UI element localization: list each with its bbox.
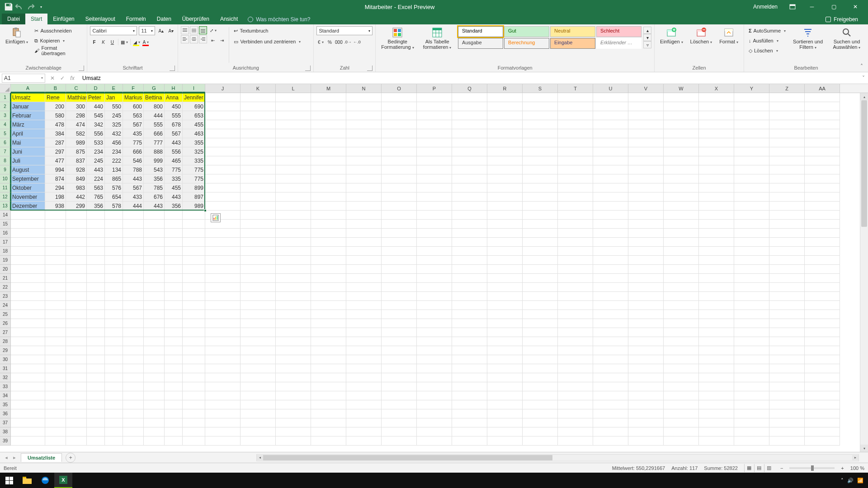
cell[interactable] <box>523 427 558 436</box>
cell[interactable] <box>523 202 558 211</box>
cell[interactable] <box>382 274 417 283</box>
cell[interactable] <box>805 328 840 337</box>
sheet-nav-prev-icon[interactable]: ◄ <box>3 454 10 461</box>
cell[interactable]: Januar <box>11 102 45 111</box>
cell[interactable] <box>241 147 276 156</box>
cell[interactable]: 443 <box>144 202 165 211</box>
cell[interactable] <box>346 174 382 183</box>
cell[interactable] <box>87 220 105 229</box>
undo-icon[interactable] <box>14 2 24 12</box>
cell[interactable] <box>311 165 346 174</box>
cell[interactable] <box>276 391 311 400</box>
cell[interactable] <box>105 283 123 292</box>
cell[interactable] <box>241 382 276 391</box>
cell[interactable] <box>628 436 664 446</box>
cell[interactable]: Juli <box>11 156 45 165</box>
cell[interactable] <box>241 120 276 129</box>
cell[interactable] <box>664 147 699 156</box>
cell[interactable] <box>66 229 87 238</box>
row-header[interactable]: 29 <box>0 346 11 355</box>
cell-style-option[interactable]: Berechnung <box>504 38 549 49</box>
cell[interactable] <box>805 247 840 256</box>
column-header[interactable]: E <box>105 84 123 93</box>
cell[interactable] <box>346 391 382 400</box>
cell[interactable]: Jennifer <box>183 93 205 102</box>
row-header[interactable]: 17 <box>0 238 11 247</box>
row-header[interactable]: 11 <box>0 183 11 192</box>
cell[interactable]: 999 <box>144 156 165 165</box>
cell[interactable] <box>87 292 105 301</box>
cell[interactable] <box>805 319 840 328</box>
cell[interactable] <box>144 418 165 427</box>
cell[interactable] <box>144 220 165 229</box>
cell[interactable] <box>382 409 417 418</box>
cell[interactable] <box>165 265 183 274</box>
cell[interactable] <box>487 174 523 183</box>
cell[interactable] <box>417 391 452 400</box>
find-select-button[interactable]: Suchen und Auswählen <box>828 26 865 51</box>
cell[interactable] <box>558 409 593 418</box>
cell[interactable] <box>805 409 840 418</box>
cell[interactable] <box>769 120 805 129</box>
cell[interactable]: 455 <box>165 183 183 192</box>
cell[interactable] <box>382 364 417 373</box>
cell[interactable] <box>558 364 593 373</box>
cell[interactable] <box>45 436 66 446</box>
cell[interactable] <box>805 391 840 400</box>
cell[interactable] <box>558 337 593 346</box>
cell[interactable] <box>311 436 346 446</box>
cell[interactable] <box>123 238 144 247</box>
cell[interactable] <box>452 364 487 373</box>
cell[interactable] <box>805 211 840 220</box>
row-header[interactable]: 36 <box>0 409 11 418</box>
underline-button[interactable]: U <box>108 38 116 46</box>
font-color-button[interactable]: A <box>142 38 150 46</box>
cell[interactable] <box>452 265 487 274</box>
cell-style-option[interactable]: Standard <box>458 26 503 37</box>
cell[interactable]: Bettina <box>144 93 165 102</box>
scroll-left-icon[interactable]: ◂ <box>257 455 263 460</box>
cell[interactable] <box>593 310 628 319</box>
cell[interactable] <box>523 364 558 373</box>
normal-view-icon[interactable]: ▦ <box>744 464 754 472</box>
cell[interactable] <box>346 301 382 310</box>
decrease-decimal-button[interactable]: ←.0 <box>353 38 361 46</box>
cell[interactable] <box>664 93 699 102</box>
cell[interactable] <box>276 111 311 120</box>
cell[interactable] <box>523 238 558 247</box>
cell[interactable] <box>382 283 417 292</box>
cell[interactable] <box>487 382 523 391</box>
cell[interactable]: 785 <box>144 183 165 192</box>
cell[interactable] <box>417 256 452 265</box>
cell[interactable] <box>417 138 452 147</box>
cell[interactable] <box>276 238 311 247</box>
cell[interactable] <box>165 382 183 391</box>
cell[interactable] <box>276 364 311 373</box>
column-header[interactable]: O <box>382 84 417 93</box>
cell[interactable] <box>734 120 769 129</box>
cell[interactable] <box>417 274 452 283</box>
cell[interactable] <box>628 355 664 364</box>
cell[interactable]: 775 <box>123 138 144 147</box>
cell[interactable] <box>769 156 805 165</box>
cell[interactable] <box>487 274 523 283</box>
cell[interactable] <box>593 364 628 373</box>
cell[interactable] <box>382 301 417 310</box>
cell[interactable] <box>276 247 311 256</box>
cell[interactable] <box>452 436 487 446</box>
cell[interactable] <box>805 265 840 274</box>
comma-style-button[interactable]: 000 <box>335 38 343 46</box>
cell[interactable] <box>105 256 123 265</box>
cell-style-option[interactable]: Neutral <box>550 26 595 37</box>
cell[interactable] <box>593 202 628 211</box>
cell[interactable] <box>805 310 840 319</box>
cell[interactable] <box>664 337 699 346</box>
cell[interactable] <box>11 229 45 238</box>
close-button[interactable]: ✕ <box>846 0 864 14</box>
cell[interactable] <box>66 382 87 391</box>
cell[interactable] <box>382 418 417 427</box>
cell[interactable] <box>487 319 523 328</box>
cell[interactable] <box>241 400 276 409</box>
cell[interactable] <box>205 256 241 265</box>
cell[interactable]: 555 <box>144 120 165 129</box>
